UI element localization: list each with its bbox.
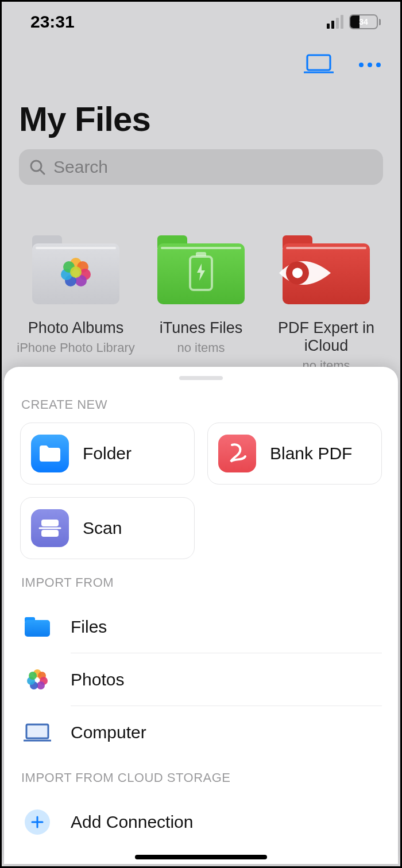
battery-charging-icon (189, 255, 213, 291)
svg-point-13 (292, 268, 303, 278)
search-input[interactable]: Search (19, 149, 383, 185)
toolbar (2, 42, 400, 82)
folder-icon (157, 235, 245, 304)
svg-point-23 (29, 672, 37, 680)
tile-label: Scan (83, 518, 122, 538)
folder-subtitle: no items (177, 340, 225, 355)
import-photos-button[interactable]: Photos (24, 653, 382, 706)
svg-point-20 (37, 681, 45, 689)
row-label: Files (71, 600, 382, 653)
photos-flower-icon (59, 256, 92, 292)
create-folder-button[interactable]: Folder (20, 423, 195, 485)
section-create-new-label: CREATE NEW (21, 397, 382, 412)
folder-icon (31, 435, 69, 472)
section-cloud-label: IMPORT FROM CLOUD STORAGE (21, 770, 382, 785)
folder-title: PDF Expert in iCloud (266, 319, 386, 355)
create-blank-pdf-button[interactable]: Blank PDF (207, 423, 382, 485)
folder-itunes-files[interactable]: iTunes Files no items (141, 235, 261, 373)
page-title: My Files (2, 82, 400, 149)
create-scan-button[interactable]: Scan (20, 497, 195, 559)
device-frame: 23:31 34 My Files (0, 0, 402, 868)
svg-rect-24 (26, 724, 48, 738)
status-right: 34 (327, 14, 381, 29)
svg-rect-15 (41, 530, 59, 537)
folder-photo-albums[interactable]: Photo Albums iPhone Photo Library (16, 235, 136, 373)
folder-icon (32, 235, 119, 304)
folder-subtitle: iPhone Photo Library (17, 340, 134, 355)
cellular-signal-icon (327, 15, 343, 29)
home-indicator[interactable] (135, 855, 267, 859)
sheet-grabber[interactable] (179, 376, 223, 380)
folder-icon (283, 235, 370, 304)
row-label: Computer (71, 706, 382, 759)
more-menu-icon[interactable] (359, 63, 381, 67)
row-label: Photos (71, 653, 382, 706)
folders-grid: Photo Albums iPhone Photo Library iTunes… (2, 185, 400, 373)
create-new-grid: Folder Blank PDF Scan (20, 423, 382, 559)
action-sheet: CREATE NEW Folder Blank PDF (4, 367, 398, 864)
status-bar: 23:31 34 (2, 2, 400, 42)
scanner-icon (31, 509, 69, 547)
svg-rect-14 (41, 520, 59, 526)
battery-icon: 34 (349, 14, 381, 29)
status-time: 23:31 (30, 12, 75, 32)
add-connection-button[interactable]: Add Connection (24, 796, 382, 848)
tile-label: Folder (83, 444, 132, 463)
folder-title: Photo Albums (28, 319, 124, 337)
search-placeholder: Search (53, 157, 108, 177)
tile-label: Blank PDF (270, 444, 352, 463)
import-computer-button[interactable]: Computer (24, 706, 382, 759)
files-app-icon (24, 617, 51, 637)
plus-icon (24, 809, 51, 835)
svg-line-3 (40, 170, 44, 174)
photos-app-icon (24, 667, 51, 692)
svg-rect-0 (307, 55, 330, 70)
section-import-label: IMPORT FROM (21, 575, 382, 590)
folder-title: iTunes Files (160, 319, 243, 337)
svg-point-11 (70, 266, 82, 278)
search-icon (29, 159, 45, 175)
cloud-list: Add Connection (20, 796, 382, 848)
pdf-icon (218, 435, 256, 472)
connect-computer-icon[interactable] (304, 53, 334, 76)
import-files-button[interactable]: Files (24, 600, 382, 653)
computer-icon (24, 723, 51, 742)
pdf-expert-eye-icon (279, 253, 342, 295)
folder-pdf-expert-icloud[interactable]: PDF Expert in iCloud no items (266, 235, 386, 373)
import-list: Files P (20, 600, 382, 759)
row-label: Add Connection (71, 796, 382, 848)
